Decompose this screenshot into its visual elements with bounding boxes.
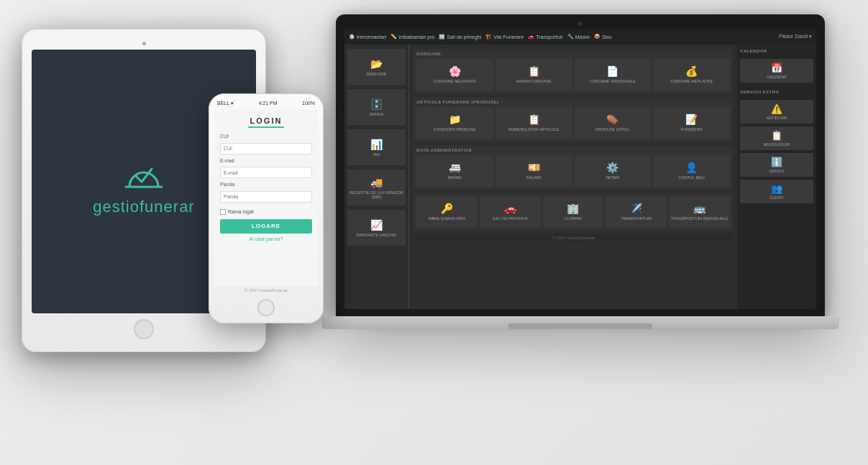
sidebar-calendar[interactable]: 📅 CALENDAR	[740, 59, 813, 83]
user-menu[interactable]: Păstor Dávid ▾	[779, 34, 812, 40]
login-button[interactable]: LOGARE	[220, 219, 312, 234]
phone-home-button[interactable]	[257, 299, 275, 316]
grid-coroane-nelivrate[interactable]: 🌸 COROANE NELIVRATE	[416, 59, 493, 91]
section-coroane: COROANE 🌸 COROANE NELIVRATE 📋 ARHIVA COR…	[414, 49, 733, 93]
app-navbar: 🏠 Inmormantari ✏️ Imbalsamari pro 🏢 Sali…	[344, 29, 816, 45]
firma-icon: 🏢	[567, 203, 579, 214]
receptie-icon: 🚚	[370, 177, 383, 188]
arhiva-icon: 🗄️	[370, 98, 383, 110]
cui-input[interactable]	[220, 143, 312, 155]
form-group-password: Parola	[220, 182, 312, 203]
grid-setari[interactable]: ⚙️ SETARI	[575, 155, 652, 187]
login-underline	[248, 126, 284, 128]
transport-grid: 🔑 IMBALSAMARI PRO 🚗 SALI DE PRIVEGHI 🏢 L…	[416, 196, 730, 228]
left-strip: 📂 DESCHISE 🗄️ ARHIVA 📊 IRA 🚚 RECEPTIE DE…	[344, 45, 409, 309]
forgot-link[interactable]: Ai uitat parola?	[220, 236, 312, 241]
grid-furnizori[interactable]: 📝 FURNIZORI	[653, 107, 730, 139]
app-footer: © 2017 GestioFunerar	[414, 234, 733, 241]
transporturi-ind-icon: 🚌	[693, 203, 705, 214]
nav-icon-5: 🚗	[528, 34, 534, 40]
phone-device: BELL ▾ 4:21 PM 100% LOGIN CUI E-mail Par…	[209, 93, 324, 323]
furnizori-icon: 📝	[685, 114, 698, 125]
grid-coroane-neplatite[interactable]: 💰 COROANE NEPLATITE	[653, 59, 730, 91]
remember-me-row: Rama logat	[220, 209, 312, 215]
form-group-cui: CUI	[220, 134, 312, 155]
ira-icon: 📊	[370, 139, 383, 150]
servicii-icon: ℹ️	[771, 157, 782, 167]
coroane-title: COROANE	[416, 52, 730, 56]
remember-checkbox[interactable]	[220, 209, 226, 215]
left-strip-receptie[interactable]: 🚚 RECEPTIE DE LA FURNIZOR (NIR)	[347, 170, 406, 206]
phone-carrier: BELL ▾	[217, 101, 234, 106]
grid-la-firma[interactable]: 🏢 LA FIRMA	[543, 196, 604, 228]
sali-icon: 🚗	[504, 203, 516, 214]
remember-label: Rama logat	[228, 209, 254, 214]
grid-masini[interactable]: 🚐 MASINI	[416, 155, 493, 187]
nav-transporturi[interactable]: 🚗 Transporturi	[528, 34, 562, 40]
nav-icon-2: ✏️	[390, 34, 397, 40]
grid-imbalsamari-pro[interactable]: 🔑 IMBALSAMARI PRO	[416, 196, 478, 228]
left-strip-ira[interactable]: 📊 IRA	[347, 129, 406, 165]
grid-nomenclator[interactable]: 📋 NOMENCLATOR ARTICOLE	[495, 107, 572, 139]
salarii-icon: 💴	[528, 162, 540, 173]
coroane-grid: 🌸 COROANE NELIVRATE 📋 ARHIVA COROANE 📄 C…	[416, 59, 730, 91]
login-form: LOGIN CUI E-mail Parola Rama logat	[214, 109, 318, 286]
grid-sali-priveghi[interactable]: 🚗 SALI DE PRIVEGHI	[480, 196, 541, 228]
notificari-icon: ⚠️	[771, 103, 782, 114]
app-content: 📂 DESCHISE 🗄️ ARHIVA 📊 IRA 🚚 RECEPTIE DE…	[344, 45, 816, 309]
nav-vile[interactable]: 🏗️ Vile Funerare	[485, 34, 524, 40]
grid-arhiva-coroane[interactable]: 📋 ARHIVA COROANE	[495, 59, 572, 91]
sidebar-necrologuri[interactable]: 📋 NECROLOGURI	[740, 126, 813, 150]
phone-footer: © 2017 GestioFunerar	[214, 286, 318, 295]
nav-inmormantari[interactable]: 🏠 Inmormantari	[349, 34, 386, 40]
nav-sali[interactable]: 🏢 Sali de priveghi	[439, 34, 481, 40]
sidebar-notificari[interactable]: ⚠️ NOTIFICARI	[740, 100, 813, 124]
nomenclator-icon: 📋	[528, 114, 540, 125]
sidebar-calendar-title: CALENDAR	[740, 49, 813, 53]
grid-categorii[interactable]: 📁 CATEGORII PRODUSE	[416, 107, 493, 139]
administrative-grid: 🚐 MASINI 💴 SALARII ⚙️ SETARI	[416, 155, 730, 187]
coroane-individuale-icon: 📄	[606, 65, 618, 77]
left-strip-rapoarte[interactable]: 📈 RAPOARTE VANZARI	[347, 210, 406, 246]
nav-imbalsamari[interactable]: ✏️ Imbalsamari pro	[390, 34, 434, 40]
password-input[interactable]	[220, 191, 312, 203]
sidebar-clienti[interactable]: 👥 CLIENTI	[740, 180, 813, 203]
laptop-device: 🏠 Inmormantari ✏️ Imbalsamari pro 🏢 Sali…	[336, 14, 825, 345]
laptop-screen-outer: 🏠 Inmormantari ✏️ Imbalsamari pro 🏢 Sali…	[336, 14, 825, 316]
grid-coroane-individuale[interactable]: 📄 COROANE INDIVIDUALE	[575, 59, 652, 91]
tablet-home-button[interactable]	[134, 319, 154, 339]
section-articole: ARTICOLE FUNERARE (PRODUSE) 📁 CATEGORII …	[414, 97, 733, 142]
nav-icon-7: 📦	[594, 34, 600, 40]
grid-transporturi[interactable]: ✈️ TRANSPORTURI	[606, 196, 667, 228]
app-main: COROANE 🌸 COROANE NELIVRATE 📋 ARHIVA COR…	[409, 45, 737, 309]
arhiva-coroane-icon: 📋	[528, 65, 540, 77]
produse-icon: ⚰️	[606, 114, 618, 125]
section-administrative: DATE ADMINISTRATIVE 🚐 MASINI 💴 SALARII	[414, 145, 733, 190]
nav-icon-1: 🏠	[349, 34, 355, 40]
grid-transporturi-individuale[interactable]: 🚌 TRANSPORTURI INDIVIDUALE	[669, 196, 730, 228]
clienti-icon: 👥	[771, 183, 782, 194]
phone-body: BELL ▾ 4:21 PM 100% LOGIN CUI E-mail Par…	[209, 93, 324, 323]
deschise-icon: 📂	[370, 58, 383, 70]
phone-screen: LOGIN CUI E-mail Parola Rama logat	[214, 109, 318, 295]
laptop-base	[321, 316, 839, 329]
nav-stoc[interactable]: 📦 Stoc	[594, 34, 612, 40]
phone-battery: 100%	[302, 101, 315, 106]
grid-contul-meu[interactable]: 👤 CONTUL MEU	[653, 155, 730, 187]
grid-produse-stoc[interactable]: ⚰️ PRODUSE (STOC)	[575, 107, 652, 139]
left-strip-arhiva[interactable]: 🗄️ ARHIVA	[347, 89, 406, 125]
laptop-camera	[578, 22, 583, 26]
tablet-logo-icon	[119, 147, 169, 198]
tablet-camera	[142, 42, 146, 45]
categorii-icon: 📁	[449, 114, 461, 125]
necrologuri-icon: 📋	[771, 130, 782, 141]
grid-salarii[interactable]: 💴 SALARII	[495, 155, 572, 187]
articole-grid: 📁 CATEGORII PRODUSE 📋 NOMENCLATOR ARTICO…	[416, 107, 730, 139]
left-strip-deschise[interactable]: 📂 DESCHISE	[347, 49, 406, 85]
email-input[interactable]	[220, 167, 312, 178]
nav-masini[interactable]: 🔧 Masini	[567, 34, 590, 40]
phone-time: 4:21 PM	[258, 101, 277, 106]
sidebar-servicii[interactable]: ℹ️ SERVICII	[740, 153, 813, 177]
articole-title: ARTICOLE FUNERARE (PRODUSE)	[416, 100, 730, 104]
setari-icon: ⚙️	[606, 162, 618, 173]
